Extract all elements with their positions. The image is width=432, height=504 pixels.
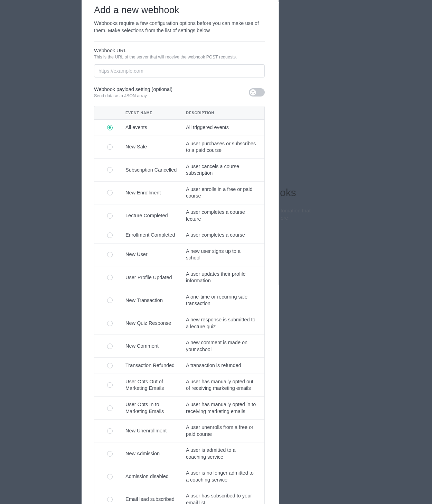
event-description: A one-time or recurring sale transaction [186,294,264,307]
event-radio[interactable] [107,474,113,479]
table-row[interactable]: New TransactionA one-time or recurring s… [94,289,264,312]
event-description: A user is admitted to a coaching service [186,447,264,460]
event-radio[interactable] [107,125,113,130]
background-heading: oks [280,187,296,199]
table-row[interactable]: New CommentA new comment is made on your… [94,335,264,358]
event-description: A new user signs up to a school [186,248,264,262]
table-row[interactable]: Admission disabledA user is no longer ad… [94,465,264,488]
webhook-url-input[interactable] [94,64,265,77]
webhook-url-help: This is the URL of the server that will … [94,55,265,59]
event-radio[interactable] [107,252,113,257]
event-description: A user completes a course [186,232,264,239]
event-description: A user updates their profile information [186,271,264,284]
events-table-header: EVENT NAME DESCRIPTION [94,106,264,120]
event-name: User Profile Updated [125,274,186,281]
event-name: User Opts Out of Marketing Emails [125,378,186,392]
table-row[interactable]: New UserA new user signs up to a school [94,244,264,266]
event-name: New Sale [125,144,186,150]
event-radio[interactable] [107,213,113,219]
table-row[interactable]: All eventsAll triggered events [94,120,264,136]
header-description: DESCRIPTION [186,111,264,115]
event-name: Lecture Completed [125,212,186,219]
table-row[interactable]: New SaleA user purchases or subscribes t… [94,136,264,159]
table-row[interactable]: New Quiz ResponseA new response is submi… [94,312,264,335]
table-row[interactable]: User Opts In to Marketing EmailsA user h… [94,397,264,420]
event-description: A user completes a course lecture [186,209,264,222]
payload-toggle[interactable] [249,88,265,97]
event-name: New Enrollment [125,190,186,196]
modal-title: Add a new webhook [94,5,265,16]
event-name: Subscription Cancelled [125,167,186,174]
toggle-knob [250,89,256,95]
table-row[interactable]: New UnenrollmentA user unenrolls from a … [94,420,264,442]
table-row[interactable]: New EnrollmentA user enrolls in a free o… [94,182,264,204]
event-description: A new response is submitted to a lecture… [186,317,264,330]
webhook-url-label: Webhook URL [94,48,265,53]
payload-setting-help: Send data as a JSON array [94,93,172,98]
event-radio[interactable] [107,232,113,238]
payload-setting-section: Webhook payload setting (optional) Send … [94,86,265,98]
event-description: A user purchases or subscribes to a paid… [186,140,264,154]
background-text-line-2: ore [281,215,288,221]
event-description: A transaction is refunded [186,362,264,369]
event-radio[interactable] [107,190,113,195]
event-radio[interactable] [107,275,113,280]
event-radio[interactable] [107,297,113,303]
table-row[interactable]: Subscription CancelledA user cancels a c… [94,159,264,182]
event-name: Transaction Refunded [125,362,186,369]
table-row[interactable]: User Opts Out of Marketing EmailsA user … [94,374,264,397]
event-description: A user has manually opted in to receivin… [186,401,264,415]
add-webhook-modal: Add a new webhook Webhooks require a few… [82,0,279,504]
event-name: All events [125,124,186,131]
x-icon [251,91,255,94]
event-radio[interactable] [107,343,113,349]
event-radio[interactable] [107,451,113,457]
event-description: A user is no longer admitted to a coachi… [186,470,264,483]
header-radio-col [94,111,125,115]
event-description: A user has subscribed to your email list [186,493,264,504]
event-description: A user has manually opted out of receivi… [186,378,264,392]
event-name: New Admission [125,450,186,457]
table-row[interactable]: User Profile UpdatedA user updates their… [94,266,264,289]
event-name: User Opts In to Marketing Emails [125,401,186,415]
table-row[interactable]: Lecture CompletedA user completes a cour… [94,204,264,227]
payload-setting-label: Webhook payload setting (optional) [94,86,172,92]
webhook-url-section: Webhook URL This is the URL of the serve… [94,48,265,77]
event-radio[interactable] [107,167,113,173]
background-text-line-1: tomation that [281,208,311,213]
event-radio[interactable] [107,405,113,411]
event-name: Admission disabled [125,473,186,480]
event-radio[interactable] [107,428,113,434]
event-name: New Quiz Response [125,320,186,327]
table-row[interactable]: Email lead subscribedA user has subscrib… [94,488,264,504]
event-name: Enrollment Completed [125,232,186,239]
event-radio[interactable] [107,144,113,150]
divider [94,41,265,42]
event-name: New User [125,251,186,258]
modal-subtitle: Webhooks require a few configuration opt… [94,20,265,34]
event-description: A user unenrolls from a free or paid cou… [186,424,264,438]
event-name: New Unenrollment [125,428,186,434]
event-description: A user cancels a course subscription [186,163,264,177]
table-row[interactable]: New AdmissionA user is admitted to a coa… [94,442,264,465]
table-row[interactable]: Transaction RefundedA transaction is ref… [94,358,264,374]
event-radio[interactable] [107,497,113,502]
event-name: New Comment [125,343,186,350]
event-description: All triggered events [186,124,264,131]
event-description: A user enrolls in a free or paid course [186,186,264,200]
event-name: New Transaction [125,297,186,304]
header-event-name: EVENT NAME [125,111,186,115]
event-radio[interactable] [107,321,113,326]
event-description: A new comment is made on your school [186,339,264,353]
event-name: Email lead subscribed [125,496,186,503]
events-table: EVENT NAME DESCRIPTION All eventsAll tri… [94,106,265,504]
event-radio[interactable] [107,382,113,388]
table-row[interactable]: Enrollment CompletedA user completes a c… [94,227,264,244]
event-radio[interactable] [107,363,113,368]
